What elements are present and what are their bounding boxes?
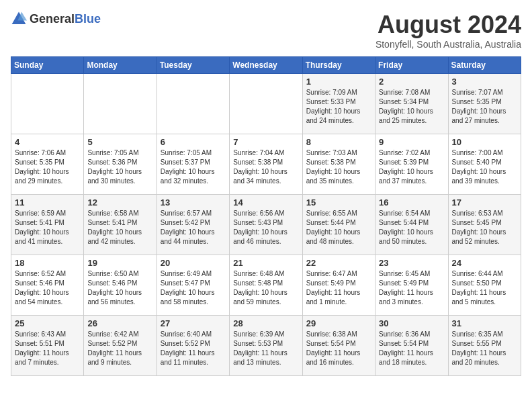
weekday-wednesday: Wednesday (230, 57, 302, 74)
day-number: 31 (452, 318, 517, 328)
logo: GeneralBlue (11, 11, 101, 27)
calendar-cell: 27Sunrise: 6:40 AMSunset: 5:52 PMDayligh… (157, 316, 229, 376)
day-number: 5 (87, 137, 152, 147)
calendar-cell: 2Sunrise: 7:08 AMSunset: 5:34 PMDaylight… (375, 74, 448, 134)
day-info: Sunrise: 6:49 AMSunset: 5:47 PMDaylight:… (161, 269, 226, 307)
day-number: 3 (452, 77, 517, 87)
logo-text-blue: Blue (75, 12, 101, 26)
calendar-cell: 12Sunrise: 6:58 AMSunset: 5:41 PMDayligh… (84, 195, 157, 255)
calendar-table: SundayMondayTuesdayWednesdayThursdayFrid… (11, 56, 521, 376)
calendar-body: 1Sunrise: 7:09 AMSunset: 5:33 PMDaylight… (11, 74, 521, 376)
calendar-cell: 29Sunrise: 6:38 AMSunset: 5:54 PMDayligh… (302, 316, 375, 376)
calendar-cell: 1Sunrise: 7:09 AMSunset: 5:33 PMDaylight… (302, 74, 375, 134)
weekday-monday: Monday (84, 57, 157, 74)
week-row-4: 18Sunrise: 6:52 AMSunset: 5:46 PMDayligh… (11, 255, 521, 316)
weekday-saturday: Saturday (448, 57, 521, 74)
weekday-tuesday: Tuesday (157, 57, 229, 74)
day-info: Sunrise: 7:09 AMSunset: 5:33 PMDaylight:… (306, 88, 371, 126)
day-info: Sunrise: 6:59 AMSunset: 5:41 PMDaylight:… (15, 209, 80, 246)
day-number: 11 (15, 197, 80, 208)
day-info: Sunrise: 6:39 AMSunset: 5:53 PMDaylight:… (233, 330, 298, 367)
calendar-cell: 30Sunrise: 6:36 AMSunset: 5:54 PMDayligh… (375, 316, 448, 376)
day-number: 18 (15, 258, 80, 268)
day-number: 6 (161, 137, 226, 147)
day-info: Sunrise: 6:57 AMSunset: 5:42 PMDaylight:… (161, 209, 226, 246)
calendar-cell: 3Sunrise: 7:07 AMSunset: 5:35 PMDaylight… (448, 74, 521, 134)
header: GeneralBlue August 2024 Stonyfell, South… (11, 11, 521, 50)
calendar-cell: 22Sunrise: 6:47 AMSunset: 5:49 PMDayligh… (302, 255, 375, 316)
day-number: 12 (87, 197, 152, 208)
month-year: August 2024 (375, 11, 521, 39)
logo-text-general: General (30, 12, 75, 26)
day-number: 24 (452, 258, 517, 268)
day-info: Sunrise: 7:05 AMSunset: 5:37 PMDaylight:… (161, 148, 226, 186)
day-info: Sunrise: 6:54 AMSunset: 5:44 PMDaylight:… (379, 209, 444, 246)
weekday-thursday: Thursday (302, 57, 375, 74)
day-info: Sunrise: 6:48 AMSunset: 5:48 PMDaylight:… (233, 269, 298, 307)
day-number: 2 (379, 77, 444, 87)
calendar-cell (84, 74, 157, 134)
day-number: 9 (379, 137, 444, 147)
week-row-3: 11Sunrise: 6:59 AMSunset: 5:41 PMDayligh… (11, 195, 521, 255)
day-info: Sunrise: 7:04 AMSunset: 5:38 PMDaylight:… (233, 148, 298, 186)
day-number: 25 (15, 318, 80, 328)
day-number: 26 (87, 318, 152, 328)
calendar-cell: 8Sunrise: 7:03 AMSunset: 5:38 PMDaylight… (302, 134, 375, 195)
day-number: 8 (306, 137, 371, 147)
day-info: Sunrise: 6:35 AMSunset: 5:55 PMDaylight:… (452, 330, 517, 367)
day-info: Sunrise: 6:50 AMSunset: 5:46 PMDaylight:… (87, 269, 152, 307)
calendar-cell: 19Sunrise: 6:50 AMSunset: 5:46 PMDayligh… (84, 255, 157, 316)
day-info: Sunrise: 7:03 AMSunset: 5:38 PMDaylight:… (306, 148, 371, 186)
day-number: 1 (306, 77, 371, 87)
week-row-2: 4Sunrise: 7:06 AMSunset: 5:35 PMDaylight… (11, 134, 521, 195)
day-info: Sunrise: 6:47 AMSunset: 5:49 PMDaylight:… (306, 269, 371, 307)
day-info: Sunrise: 6:36 AMSunset: 5:54 PMDaylight:… (379, 330, 444, 367)
day-info: Sunrise: 6:55 AMSunset: 5:44 PMDaylight:… (306, 209, 371, 246)
calendar-cell: 21Sunrise: 6:48 AMSunset: 5:48 PMDayligh… (230, 255, 302, 316)
calendar-cell (157, 74, 229, 134)
week-row-5: 25Sunrise: 6:43 AMSunset: 5:51 PMDayligh… (11, 316, 521, 376)
calendar-cell: 24Sunrise: 6:44 AMSunset: 5:50 PMDayligh… (448, 255, 521, 316)
day-number: 30 (379, 318, 444, 328)
calendar-cell: 15Sunrise: 6:55 AMSunset: 5:44 PMDayligh… (302, 195, 375, 255)
day-info: Sunrise: 6:56 AMSunset: 5:43 PMDaylight:… (233, 209, 298, 246)
calendar-cell: 26Sunrise: 6:42 AMSunset: 5:52 PMDayligh… (84, 316, 157, 376)
day-number: 10 (452, 137, 517, 147)
day-number: 4 (15, 137, 80, 147)
calendar-cell: 14Sunrise: 6:56 AMSunset: 5:43 PMDayligh… (230, 195, 302, 255)
day-info: Sunrise: 6:38 AMSunset: 5:54 PMDaylight:… (306, 330, 371, 367)
day-number: 29 (306, 318, 371, 328)
day-number: 16 (379, 197, 444, 208)
calendar-cell: 11Sunrise: 6:59 AMSunset: 5:41 PMDayligh… (11, 195, 84, 255)
calendar-cell: 16Sunrise: 6:54 AMSunset: 5:44 PMDayligh… (375, 195, 448, 255)
day-info: Sunrise: 7:05 AMSunset: 5:36 PMDaylight:… (87, 148, 152, 186)
calendar-cell (230, 74, 302, 134)
location: Stonyfell, South Australia, Australia (375, 39, 521, 50)
calendar-cell: 25Sunrise: 6:43 AMSunset: 5:51 PMDayligh… (11, 316, 84, 376)
day-number: 22 (306, 258, 371, 268)
calendar-cell: 4Sunrise: 7:06 AMSunset: 5:35 PMDaylight… (11, 134, 84, 195)
calendar-cell: 23Sunrise: 6:45 AMSunset: 5:49 PMDayligh… (375, 255, 448, 316)
day-number: 20 (161, 258, 226, 268)
day-info: Sunrise: 6:58 AMSunset: 5:41 PMDaylight:… (87, 209, 152, 246)
weekday-sunday: Sunday (11, 57, 84, 74)
day-number: 23 (379, 258, 444, 268)
day-number: 19 (87, 258, 152, 268)
calendar-cell: 10Sunrise: 7:00 AMSunset: 5:40 PMDayligh… (448, 134, 521, 195)
calendar-header: SundayMondayTuesdayWednesdayThursdayFrid… (11, 57, 521, 74)
day-info: Sunrise: 7:02 AMSunset: 5:39 PMDaylight:… (379, 148, 444, 186)
calendar-cell: 31Sunrise: 6:35 AMSunset: 5:55 PMDayligh… (448, 316, 521, 376)
weekday-friday: Friday (375, 57, 448, 74)
calendar-cell: 6Sunrise: 7:05 AMSunset: 5:37 PMDaylight… (157, 134, 229, 195)
day-info: Sunrise: 6:52 AMSunset: 5:46 PMDaylight:… (15, 269, 80, 307)
calendar-cell: 9Sunrise: 7:02 AMSunset: 5:39 PMDaylight… (375, 134, 448, 195)
day-number: 15 (306, 197, 371, 208)
calendar-cell (11, 74, 84, 134)
day-number: 21 (233, 258, 298, 268)
day-number: 17 (452, 197, 517, 208)
day-info: Sunrise: 7:00 AMSunset: 5:40 PMDaylight:… (452, 148, 517, 186)
title-area: August 2024 Stonyfell, South Australia, … (375, 11, 521, 50)
calendar-cell: 5Sunrise: 7:05 AMSunset: 5:36 PMDaylight… (84, 134, 157, 195)
calendar-cell: 20Sunrise: 6:49 AMSunset: 5:47 PMDayligh… (157, 255, 229, 316)
calendar-cell: 13Sunrise: 6:57 AMSunset: 5:42 PMDayligh… (157, 195, 229, 255)
